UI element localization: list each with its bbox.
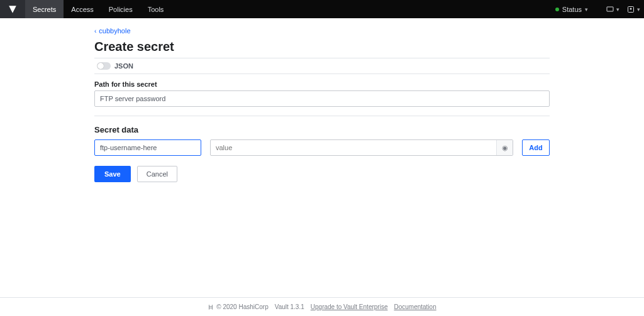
toggle-visibility-button[interactable]: ◉ <box>496 140 513 155</box>
secret-data-heading: Secret data <box>94 125 550 134</box>
console-menu[interactable]: ▾ <box>602 6 623 13</box>
chevron-down-icon: ▾ <box>616 6 619 13</box>
console-icon <box>606 6 614 13</box>
status-menu[interactable]: Status ▾ <box>549 6 594 13</box>
breadcrumb[interactable]: ‹ cubbyhole <box>94 27 550 35</box>
nav-tab-access[interactable]: Access <box>64 0 101 18</box>
kv-value-input[interactable] <box>211 140 496 155</box>
svg-point-2 <box>630 8 632 9</box>
toggle-knob <box>97 63 104 69</box>
page-title: Create secret <box>94 40 550 54</box>
status-indicator-icon <box>555 8 559 11</box>
nav-tabs: Secrets Access Policies Tools <box>25 0 171 18</box>
json-toggle-row: JSON <box>94 58 550 74</box>
breadcrumb-label: cubbyhole <box>99 27 130 35</box>
json-toggle[interactable] <box>97 62 111 70</box>
nav-tab-tools[interactable]: Tools <box>140 0 172 18</box>
footer-copyright: © 2020 HashiCorp <box>208 303 268 310</box>
chevron-down-icon: ▾ <box>637 6 640 13</box>
chevron-left-icon: ‹ <box>94 28 96 35</box>
json-toggle-label: JSON <box>114 62 133 70</box>
top-navbar: Secrets Access Policies Tools Status ▾ ▾… <box>0 0 644 18</box>
vault-logo[interactable] <box>0 0 25 18</box>
path-field-label: Path for this secret <box>94 80 550 88</box>
hashicorp-icon <box>208 304 214 310</box>
footer-version: Vault 1.3.1 <box>275 303 304 310</box>
kv-row: ◉ Add <box>94 139 550 156</box>
svg-rect-0 <box>607 7 613 11</box>
kv-value-wrap: ◉ <box>210 139 513 156</box>
vault-logo-icon <box>8 5 17 14</box>
user-icon <box>627 6 635 13</box>
eye-icon: ◉ <box>502 144 508 152</box>
nav-tab-policies[interactable]: Policies <box>101 0 140 18</box>
form-actions: Save Cancel <box>94 166 550 182</box>
footer-docs-link[interactable]: Documentation <box>394 303 436 310</box>
main-content: ‹ cubbyhole Create secret JSON Path for … <box>0 18 644 297</box>
user-menu[interactable]: ▾ <box>623 6 644 13</box>
cancel-button[interactable]: Cancel <box>137 166 177 182</box>
divider <box>94 116 550 116</box>
chevron-down-icon: ▾ <box>585 6 588 13</box>
footer: © 2020 HashiCorp Vault 1.3.1 Upgrade to … <box>0 297 644 316</box>
path-input[interactable] <box>94 90 550 107</box>
footer-upgrade-link[interactable]: Upgrade to Vault Enterprise <box>311 303 388 310</box>
kv-key-input[interactable] <box>94 139 201 156</box>
status-label: Status <box>562 6 582 13</box>
nav-tab-secrets[interactable]: Secrets <box>25 0 64 18</box>
save-button[interactable]: Save <box>94 166 131 182</box>
add-button[interactable]: Add <box>522 139 550 156</box>
